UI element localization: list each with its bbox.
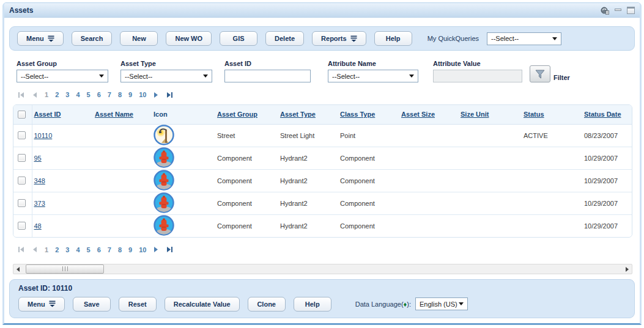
column-header-asset-size[interactable]: Asset Size (401, 111, 435, 118)
class-type-cell: Point (338, 124, 399, 147)
page-number[interactable]: 5 (87, 91, 91, 98)
page-number[interactable]: 10 (139, 91, 146, 98)
asset-id-input[interactable] (224, 70, 311, 82)
asset-type-select[interactable]: --Select-- (120, 70, 212, 82)
status-date-cell: 10/29/2007 (582, 169, 632, 192)
new-wo-button[interactable]: New WO (166, 31, 212, 46)
row-checkbox[interactable] (18, 177, 26, 184)
gis-button[interactable]: GIS (220, 31, 257, 46)
scroll-right-icon[interactable] (626, 267, 629, 272)
page-number[interactable]: 7 (108, 91, 111, 98)
data-language-select[interactable]: English (US) (415, 297, 468, 310)
size-unit-cell (459, 147, 522, 169)
asset-group-cell: Component (215, 147, 278, 169)
page-number[interactable]: 2 (55, 91, 59, 98)
horizontal-scrollbar[interactable] (13, 264, 632, 274)
asset-id-link[interactable]: 95 (34, 155, 42, 162)
page-number[interactable]: 6 (97, 246, 101, 253)
funnel-icon (535, 69, 546, 79)
asset-group-cell: Street (215, 124, 278, 147)
asset-group-label: Asset Group (17, 60, 108, 67)
reports-button[interactable]: Reports (312, 31, 366, 46)
page-number[interactable]: 3 (65, 91, 69, 98)
page-number[interactable]: 1 (45, 246, 48, 253)
column-header-status[interactable]: Status (524, 111, 544, 118)
prev-page-icon[interactable] (31, 246, 38, 253)
column-header-asset-group[interactable]: Asset Group (217, 111, 257, 118)
page-number[interactable]: 1 (45, 91, 48, 98)
asset-name-cell (93, 147, 152, 169)
select-all-checkbox[interactable] (18, 111, 26, 118)
size-unit-cell (459, 192, 522, 214)
page-number[interactable]: 5 (87, 246, 91, 253)
table-row: 373 (13, 192, 632, 214)
prev-page-icon[interactable] (31, 92, 38, 98)
row-checkbox[interactable] (18, 222, 26, 230)
next-page-icon[interactable] (153, 92, 160, 98)
page-number[interactable]: 8 (118, 246, 122, 253)
status-date-cell: 10/29/2007 (582, 147, 632, 169)
asset-group-cell: Component (215, 214, 278, 237)
minimize-icon[interactable] (615, 9, 621, 12)
detail-menu-button[interactable]: Menu (18, 297, 65, 312)
column-header-asset-name[interactable]: Asset Name (95, 111, 133, 118)
size-unit-cell (459, 124, 522, 147)
quickqueries-value: --Select-- (491, 35, 519, 42)
page-number[interactable]: 9 (128, 246, 132, 253)
next-page-icon[interactable] (153, 246, 160, 253)
search-button[interactable]: Search (72, 31, 113, 46)
page-number[interactable]: 4 (76, 246, 80, 253)
row-checkbox[interactable] (18, 199, 26, 207)
page-number[interactable]: 3 (65, 246, 69, 253)
asset-id-link[interactable]: 348 (34, 177, 45, 184)
new-button[interactable]: New (120, 31, 158, 46)
chevron-down-icon (203, 75, 208, 78)
refresh-icon[interactable] (601, 6, 609, 15)
page-number[interactable]: 6 (97, 91, 101, 98)
quickqueries-label: My QuickQueries (427, 35, 479, 42)
asset-id-link[interactable]: 48 (34, 222, 42, 230)
first-page-icon[interactable] (18, 246, 24, 253)
column-header-icon: Icon (154, 111, 168, 118)
page-number[interactable]: 8 (118, 91, 122, 98)
table-row: 95 (13, 147, 632, 169)
asset-id-link[interactable]: 10110 (34, 132, 53, 139)
page-number[interactable]: 10 (139, 246, 146, 253)
filter-button[interactable] (530, 65, 550, 82)
help-button[interactable]: Help (294, 297, 331, 312)
last-page-icon[interactable] (166, 92, 173, 98)
row-checkbox[interactable] (18, 131, 26, 139)
clone-button[interactable]: Clone (248, 297, 286, 312)
help-button[interactable]: Help (374, 31, 412, 46)
page-number[interactable]: 9 (128, 91, 132, 98)
first-page-icon[interactable] (18, 92, 24, 98)
row-checkbox[interactable] (18, 154, 26, 162)
recalculate-value-button[interactable]: Recalculate Value (165, 297, 240, 312)
status-cell (522, 147, 582, 169)
asset-id-link[interactable]: 373 (34, 200, 45, 207)
column-header-asset-id[interactable]: Asset ID (34, 111, 61, 118)
page-number[interactable]: 7 (108, 246, 111, 253)
chevron-down-icon (552, 37, 557, 40)
page-number[interactable]: 4 (76, 91, 80, 98)
page-number[interactable]: 2 (55, 246, 59, 253)
column-header-asset-type[interactable]: Asset Type (280, 111, 316, 118)
asset-group-cell: Component (215, 192, 278, 214)
scrollbar-thumb[interactable] (26, 264, 104, 274)
assets-window: Assets Menu Search New New WO GIS Delete… (2, 2, 642, 325)
column-header-size-unit[interactable]: Size Unit (461, 111, 489, 118)
asset-group-select[interactable]: --Select-- (17, 70, 108, 82)
last-page-icon[interactable] (166, 246, 173, 253)
hydrant-icon (154, 147, 174, 168)
size-unit-cell (459, 169, 522, 192)
delete-button[interactable]: Delete (265, 31, 304, 46)
attribute-name-select[interactable]: --Select-- (328, 70, 418, 82)
column-header-class-type[interactable]: Class Type (340, 111, 375, 118)
menu-button[interactable]: Menu (17, 31, 64, 46)
save-button[interactable]: Save (73, 297, 111, 312)
column-header-status-date[interactable]: Status Date (584, 111, 621, 118)
quickqueries-select[interactable]: --Select-- (487, 32, 561, 45)
scroll-left-icon[interactable] (17, 267, 20, 272)
maximize-icon[interactable] (627, 7, 635, 14)
reset-button[interactable]: Reset (119, 297, 157, 312)
